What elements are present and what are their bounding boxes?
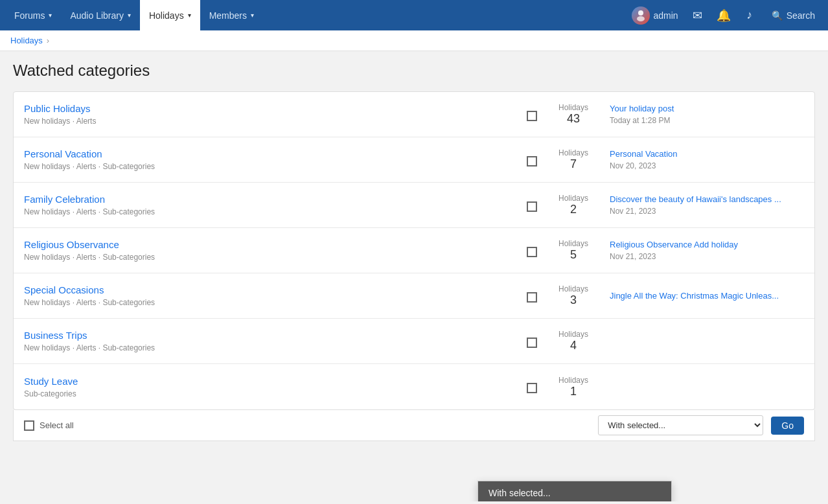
category-checkbox[interactable]	[527, 292, 537, 303]
footer-bar: Select all With selected... Enable email…	[13, 410, 815, 441]
count-number: 43	[567, 112, 580, 126]
latest-col: Jingle All the Way: Christmas Magic Unle…	[610, 291, 804, 301]
latest-post-link[interactable]: Discover the beauty of Hawaii's landscap…	[610, 194, 804, 204]
count-number: 3	[570, 293, 577, 307]
nav-holidays[interactable]: Holidays ▾	[140, 0, 200, 30]
category-checkbox[interactable]	[527, 111, 537, 121]
table-row: Business Trips New holidays · Alerts · S…	[14, 319, 814, 364]
count-label: Holidays	[558, 284, 588, 293]
latest-post-link[interactable]: Your holiday post	[610, 104, 804, 113]
breadcrumb-holidays-link[interactable]: Holidays	[10, 36, 43, 45]
category-name-link[interactable]: Special Occasions	[24, 284, 527, 295]
dropdown-header: With selected...	[478, 481, 671, 501]
top-navigation: Forums ▾ Audio Library ▾ Holidays ▾ Memb…	[0, 0, 828, 30]
count-number: 2	[570, 203, 577, 216]
music-icon[interactable]: ♪	[738, 4, 761, 27]
category-info: Study Leave Sub-categories	[24, 376, 527, 398]
checkbox-col	[527, 199, 537, 212]
category-meta: New holidays · Alerts · Sub-categories	[24, 162, 527, 171]
count-label: Holidays	[558, 148, 588, 157]
latest-col: Religious Observance Add holiday Nov 21,…	[610, 240, 804, 261]
count-number: 7	[570, 157, 577, 171]
avatar	[632, 6, 650, 25]
category-checkbox[interactable]	[527, 338, 537, 348]
count-label: Holidays	[558, 103, 588, 112]
checkbox-col	[527, 244, 537, 257]
category-meta: New holidays · Alerts	[24, 117, 527, 126]
latest-post-date: Nov 20, 2023	[610, 161, 804, 170]
page-content: Watched categories Public Holidays New h…	[0, 51, 828, 501]
chevron-down-icon: ▾	[251, 12, 254, 19]
count-label: Holidays	[558, 330, 588, 339]
table-row: Special Occasions New holidays · Alerts …	[14, 273, 814, 319]
latest-post-date: Nov 21, 2023	[610, 252, 804, 261]
checkbox-col	[527, 380, 537, 393]
category-name-link[interactable]: Public Holidays	[24, 103, 527, 114]
svg-point-1	[637, 16, 645, 21]
latest-post-link[interactable]: Jingle All the Way: Christmas Magic Unle…	[610, 291, 804, 301]
category-checkbox[interactable]	[527, 383, 537, 393]
category-name-link[interactable]: Study Leave	[24, 376, 527, 387]
category-checkbox[interactable]	[527, 156, 537, 166]
messages-icon[interactable]: ✉	[686, 4, 709, 27]
latest-col: Your holiday post Today at 1:28 PM	[610, 104, 804, 125]
count-label: Holidays	[558, 194, 588, 203]
count-col: Holidays 7	[547, 148, 599, 171]
latest-post-link[interactable]: Religious Observance Add holiday	[610, 240, 804, 249]
nav-right-controls: admin ✉ 🔔 ♪ 🔍 Search	[627, 0, 823, 30]
checkbox-col	[527, 335, 537, 348]
count-number: 5	[570, 248, 577, 262]
category-info: Personal Vacation New holidays · Alerts …	[24, 148, 527, 171]
table-row: Public Holidays New holidays · Alerts Ho…	[14, 92, 814, 137]
chevron-down-icon: ▾	[49, 12, 52, 19]
checkbox-col	[527, 108, 537, 121]
notifications-icon[interactable]: 🔔	[712, 4, 735, 27]
latest-post-date: Nov 21, 2023	[610, 207, 804, 216]
count-col: Holidays 5	[547, 239, 599, 262]
search-button[interactable]: 🔍 Search	[764, 0, 823, 30]
table-row: Study Leave Sub-categories Holidays 1	[14, 364, 814, 409]
category-meta: Sub-categories	[24, 389, 527, 398]
count-col: Holidays 3	[547, 284, 599, 307]
select-all-wrap: Select all	[24, 420, 74, 431]
category-checkbox[interactable]	[527, 201, 537, 212]
latest-col: Personal Vacation Nov 20, 2023	[610, 149, 804, 170]
category-checkbox[interactable]	[527, 247, 537, 257]
category-name-link[interactable]: Family Celebration	[24, 194, 527, 205]
nav-forums[interactable]: Forums ▾	[5, 0, 61, 30]
svg-point-0	[638, 10, 643, 16]
count-col: Holidays 2	[547, 194, 599, 216]
category-meta: New holidays · Alerts · Sub-categories	[24, 253, 527, 262]
count-label: Holidays	[558, 376, 588, 385]
category-info: Public Holidays New holidays · Alerts	[24, 103, 527, 126]
nav-members[interactable]: Members ▾	[200, 0, 263, 30]
count-col: Holidays 1	[547, 376, 599, 398]
category-info: Religious Observance New holidays · Aler…	[24, 239, 527, 262]
category-name-link[interactable]: Religious Observance	[24, 239, 527, 250]
breadcrumb: Holidays ›	[0, 30, 828, 51]
go-button[interactable]: Go	[771, 417, 804, 435]
select-all-label: Select all	[40, 420, 74, 430]
username-label: admin	[654, 10, 678, 21]
chevron-down-icon: ▾	[188, 12, 191, 19]
category-meta: New holidays · Alerts · Sub-categories	[24, 343, 527, 352]
nav-audio-library[interactable]: Audio Library ▾	[61, 0, 140, 30]
count-col: Holidays 4	[547, 330, 599, 352]
category-meta: New holidays · Alerts · Sub-categories	[24, 298, 527, 307]
table-row: Religious Observance New holidays · Aler…	[14, 228, 814, 273]
search-icon: 🔍	[772, 10, 783, 21]
chevron-down-icon: ▾	[128, 12, 131, 19]
user-avatar-menu[interactable]: admin	[627, 6, 684, 25]
with-selected-select[interactable]: With selected... Enable email notificati…	[598, 415, 763, 435]
select-all-checkbox[interactable]	[24, 420, 34, 431]
category-info: Business Trips New holidays · Alerts · S…	[24, 330, 527, 352]
category-name-link[interactable]: Business Trips	[24, 330, 527, 341]
latest-post-link[interactable]: Personal Vacation	[610, 149, 804, 159]
table-row: Family Celebration New holidays · Alerts…	[14, 183, 814, 228]
latest-post-date: Today at 1:28 PM	[610, 116, 804, 125]
category-info: Family Celebration New holidays · Alerts…	[24, 194, 527, 216]
checkbox-col	[527, 290, 537, 303]
checkbox-col	[527, 154, 537, 166]
category-name-link[interactable]: Personal Vacation	[24, 148, 527, 159]
categories-table: Public Holidays New holidays · Alerts Ho…	[13, 91, 815, 410]
